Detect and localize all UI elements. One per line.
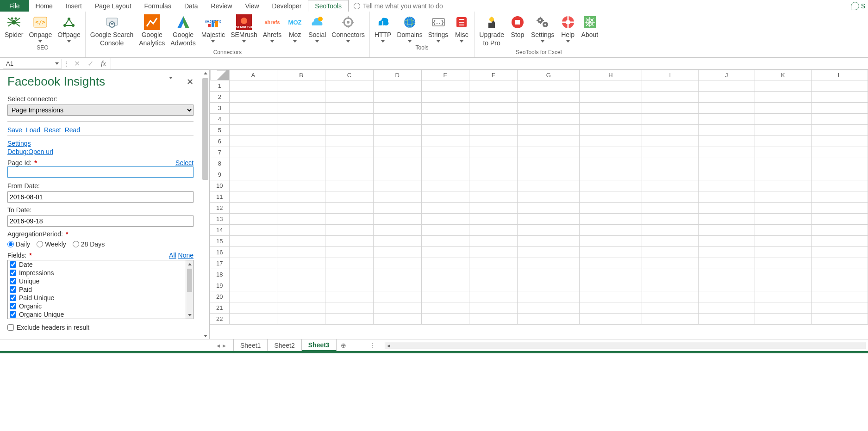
cell-L21[interactable] bbox=[811, 302, 868, 314]
cell-I8[interactable] bbox=[642, 158, 698, 169]
field-checkbox-impressions[interactable]: Impressions bbox=[8, 269, 186, 277]
cell-C7[interactable] bbox=[325, 147, 374, 158]
cell-I10[interactable] bbox=[642, 180, 698, 191]
cell-A2[interactable] bbox=[229, 92, 277, 103]
close-icon[interactable]: ✕ bbox=[187, 77, 194, 87]
cell-G11[interactable] bbox=[518, 191, 580, 203]
cell-E4[interactable] bbox=[421, 114, 469, 125]
column-header-K[interactable]: K bbox=[755, 70, 811, 80]
cell-H7[interactable] bbox=[580, 147, 642, 158]
menu-tab-seotools[interactable]: SeoTools bbox=[308, 0, 349, 12]
cell-J1[interactable] bbox=[698, 80, 755, 92]
cell-H15[interactable] bbox=[580, 236, 642, 247]
cell-I9[interactable] bbox=[642, 169, 698, 180]
scroll-down-icon[interactable] bbox=[202, 332, 208, 339]
add-sheet-button[interactable]: ⊕ bbox=[337, 339, 350, 351]
cell-I16[interactable] bbox=[642, 247, 698, 258]
cell-I1[interactable] bbox=[642, 80, 698, 92]
cell-G12[interactable] bbox=[518, 203, 580, 214]
cell-B18[interactable] bbox=[277, 269, 325, 280]
cell-I11[interactable] bbox=[642, 191, 698, 203]
cell-D14[interactable] bbox=[373, 225, 421, 236]
from-date-input[interactable] bbox=[7, 191, 194, 203]
cell-L11[interactable] bbox=[811, 191, 868, 203]
page-id-select-link[interactable]: Select bbox=[175, 159, 194, 166]
cell-D3[interactable] bbox=[373, 103, 421, 114]
cell-J3[interactable] bbox=[698, 103, 755, 114]
to-date-input[interactable] bbox=[7, 216, 194, 227]
cell-K4[interactable] bbox=[755, 114, 811, 125]
cell-F2[interactable] bbox=[469, 92, 518, 103]
cell-B15[interactable] bbox=[277, 236, 325, 247]
cell-G19[interactable] bbox=[518, 280, 580, 291]
cell-E11[interactable] bbox=[421, 191, 469, 203]
row-header-3[interactable]: 3 bbox=[210, 103, 230, 114]
cell-B19[interactable] bbox=[277, 280, 325, 291]
cell-B2[interactable] bbox=[277, 92, 325, 103]
cell-J16[interactable] bbox=[698, 247, 755, 258]
settings-link[interactable]: Settings bbox=[7, 140, 31, 147]
read-link[interactable]: Read bbox=[65, 126, 80, 134]
column-header-C[interactable]: C bbox=[325, 70, 374, 80]
cell-L18[interactable] bbox=[811, 269, 868, 280]
ribbon-ahrefs-button[interactable]: ahrefsAhrefs bbox=[260, 13, 284, 43]
column-header-G[interactable]: G bbox=[518, 70, 580, 80]
row-header-15[interactable]: 15 bbox=[210, 236, 230, 247]
cell-D13[interactable] bbox=[373, 214, 421, 225]
cell-D20[interactable] bbox=[373, 291, 421, 302]
ribbon-http-button[interactable]: HTTP bbox=[372, 13, 394, 43]
cell-C2[interactable] bbox=[325, 92, 374, 103]
cell-I7[interactable] bbox=[642, 147, 698, 158]
ribbon-moz-button[interactable]: MOZMoz bbox=[284, 13, 306, 43]
cell-H6[interactable] bbox=[580, 136, 642, 147]
cell-I20[interactable] bbox=[642, 291, 698, 302]
cell-G5[interactable] bbox=[518, 125, 580, 136]
cell-H4[interactable] bbox=[580, 114, 642, 125]
menu-tab-home[interactable]: Home bbox=[29, 0, 59, 12]
cell-F20[interactable] bbox=[469, 291, 518, 302]
cell-F18[interactable] bbox=[469, 269, 518, 280]
cell-G2[interactable] bbox=[518, 92, 580, 103]
ribbon-help-button[interactable]: Help bbox=[557, 13, 579, 43]
cell-F3[interactable] bbox=[469, 103, 518, 114]
cell-I22[interactable] bbox=[642, 314, 698, 325]
cell-J10[interactable] bbox=[698, 180, 755, 191]
cell-B21[interactable] bbox=[277, 302, 325, 314]
column-header-E[interactable]: E bbox=[421, 70, 469, 80]
cell-A13[interactable] bbox=[229, 214, 277, 225]
ribbon-gaw-button[interactable]: Google Adwords bbox=[168, 13, 198, 48]
cell-C10[interactable] bbox=[325, 180, 374, 191]
row-header-5[interactable]: 5 bbox=[210, 125, 230, 136]
cell-K16[interactable] bbox=[755, 247, 811, 258]
cell-H9[interactable] bbox=[580, 169, 642, 180]
cell-C20[interactable] bbox=[325, 291, 374, 302]
cell-D18[interactable] bbox=[373, 269, 421, 280]
cell-J22[interactable] bbox=[698, 314, 755, 325]
cell-J2[interactable] bbox=[698, 92, 755, 103]
cell-A14[interactable] bbox=[229, 225, 277, 236]
cell-A6[interactable] bbox=[229, 136, 277, 147]
cell-A10[interactable] bbox=[229, 180, 277, 191]
cell-K10[interactable] bbox=[755, 180, 811, 191]
cell-F4[interactable] bbox=[469, 114, 518, 125]
cell-A16[interactable] bbox=[229, 247, 277, 258]
cell-F16[interactable] bbox=[469, 247, 518, 258]
cell-B17[interactable] bbox=[277, 258, 325, 269]
cell-B5[interactable] bbox=[277, 125, 325, 136]
fields-scrollbar[interactable] bbox=[186, 260, 193, 319]
cell-J21[interactable] bbox=[698, 302, 755, 314]
cell-D5[interactable] bbox=[373, 125, 421, 136]
cell-K7[interactable] bbox=[755, 147, 811, 158]
column-header-H[interactable]: H bbox=[580, 70, 642, 80]
cell-L19[interactable] bbox=[811, 280, 868, 291]
cell-G18[interactable] bbox=[518, 269, 580, 280]
row-header-2[interactable]: 2 bbox=[210, 92, 230, 103]
cell-J6[interactable] bbox=[698, 136, 755, 147]
exclude-headers-checkbox[interactable] bbox=[7, 324, 14, 331]
hscroll-options-icon[interactable]: ⋮ bbox=[369, 342, 375, 349]
row-header-14[interactable]: 14 bbox=[210, 225, 230, 236]
menu-tab-developer[interactable]: Developer bbox=[266, 0, 308, 12]
cell-A8[interactable] bbox=[229, 158, 277, 169]
cell-A22[interactable] bbox=[229, 314, 277, 325]
cell-L17[interactable] bbox=[811, 258, 868, 269]
